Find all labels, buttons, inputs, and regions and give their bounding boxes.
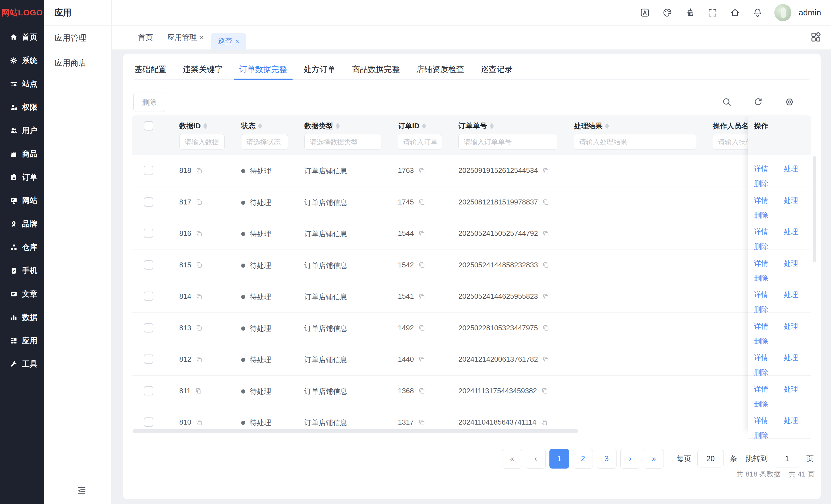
row-checkbox[interactable] xyxy=(144,229,153,238)
copy-icon[interactable] xyxy=(542,356,549,363)
collapse-sidebar-button[interactable] xyxy=(75,484,89,498)
sidebar-item-4[interactable]: 用户 xyxy=(0,119,44,142)
grid-diamond-icon[interactable] xyxy=(810,31,823,44)
delete-button[interactable]: 删除 xyxy=(133,93,165,112)
column-header-2[interactable]: 数据类型 xyxy=(290,121,383,131)
submenu-item-0[interactable]: 应用管理 xyxy=(44,26,111,51)
content-tab-5[interactable]: 店铺资质检查 xyxy=(411,60,470,80)
detail-link[interactable]: 详情 xyxy=(754,165,768,173)
vertical-scrollbar[interactable] xyxy=(813,156,816,262)
translate-icon[interactable] xyxy=(639,7,651,19)
handle-link[interactable]: 处理 xyxy=(784,385,798,393)
delete-link[interactable]: 删除 xyxy=(754,400,768,408)
page-button-0[interactable]: « xyxy=(502,449,522,469)
column-header-5[interactable]: 处理结果 xyxy=(560,121,698,131)
search-icon[interactable] xyxy=(722,97,732,108)
copy-icon[interactable] xyxy=(196,230,203,237)
handle-link[interactable]: 处理 xyxy=(784,196,798,204)
row-checkbox[interactable] xyxy=(144,355,153,364)
handle-link[interactable]: 处理 xyxy=(784,228,798,236)
home-icon[interactable] xyxy=(729,7,741,19)
copy-icon[interactable] xyxy=(195,387,202,394)
copy-icon[interactable] xyxy=(542,199,549,206)
horizontal-scrollbar[interactable] xyxy=(133,429,578,433)
copy-icon[interactable] xyxy=(418,199,425,206)
detail-link[interactable]: 详情 xyxy=(754,322,768,330)
sidebar-item-1[interactable]: 系统 xyxy=(0,49,44,72)
notification-icon[interactable] xyxy=(752,7,763,19)
page-tab-2[interactable]: 巡查× xyxy=(211,33,247,50)
handle-link[interactable]: 处理 xyxy=(784,416,798,424)
sidebar-item-10[interactable]: 手机 xyxy=(0,259,44,282)
handle-link[interactable]: 处理 xyxy=(784,353,798,362)
detail-link[interactable]: 详情 xyxy=(754,416,768,424)
sort-icon[interactable] xyxy=(422,123,426,129)
filter-input-4[interactable] xyxy=(458,134,557,149)
row-checkbox[interactable] xyxy=(144,166,153,175)
fullscreen-icon[interactable] xyxy=(707,7,718,19)
detail-link[interactable]: 详情 xyxy=(754,228,768,236)
delete-link[interactable]: 删除 xyxy=(754,211,768,219)
theme-icon[interactable] xyxy=(662,7,673,19)
copy-icon[interactable] xyxy=(542,293,549,300)
handle-link[interactable]: 处理 xyxy=(784,322,798,330)
page-button-1[interactable]: ‹ xyxy=(526,449,546,469)
copy-icon[interactable] xyxy=(418,230,425,237)
filter-input-3[interactable] xyxy=(398,134,442,149)
detail-link[interactable]: 详情 xyxy=(754,353,768,362)
sidebar-item-6[interactable]: 订单 xyxy=(0,166,44,189)
clear-icon[interactable] xyxy=(684,7,696,19)
copy-icon[interactable] xyxy=(541,387,548,394)
delete-link[interactable]: 删除 xyxy=(754,368,768,377)
sidebar-item-5[interactable]: 商品 xyxy=(0,142,44,166)
copy-icon[interactable] xyxy=(542,167,549,174)
delete-link[interactable]: 删除 xyxy=(754,242,768,250)
filter-input-5[interactable] xyxy=(574,134,696,149)
content-tab-4[interactable]: 商品数据完整 xyxy=(346,60,405,80)
avatar[interactable] xyxy=(774,4,792,21)
row-checkbox[interactable] xyxy=(144,292,153,301)
row-checkbox[interactable] xyxy=(144,197,153,207)
delete-link[interactable]: 删除 xyxy=(754,431,768,439)
column-header-3[interactable]: 订单ID xyxy=(383,121,444,131)
column-header-4[interactable]: 订单单号 xyxy=(444,121,560,131)
row-checkbox[interactable] xyxy=(144,260,153,270)
sidebar-item-13[interactable]: 应用 xyxy=(0,329,44,352)
page-button-5[interactable]: › xyxy=(620,449,640,469)
copy-icon[interactable] xyxy=(418,356,425,363)
filter-input-1[interactable] xyxy=(241,134,288,149)
detail-link[interactable]: 详情 xyxy=(754,291,768,299)
delete-link[interactable]: 删除 xyxy=(754,179,768,188)
settings-icon[interactable] xyxy=(784,97,795,108)
close-icon[interactable]: × xyxy=(235,37,239,45)
delete-link[interactable]: 删除 xyxy=(754,337,768,345)
row-checkbox[interactable] xyxy=(144,323,153,332)
sidebar-item-11[interactable]: 文章 xyxy=(0,282,44,305)
content-tab-1[interactable]: 违禁关键字 xyxy=(177,60,228,80)
sidebar-item-9[interactable]: 仓库 xyxy=(0,236,44,259)
delete-link[interactable]: 删除 xyxy=(754,305,768,314)
copy-icon[interactable] xyxy=(542,230,549,237)
sidebar-item-0[interactable]: 首页 xyxy=(0,25,44,49)
filter-input-2[interactable] xyxy=(305,134,381,149)
sidebar-item-7[interactable]: 网站 xyxy=(0,189,44,212)
copy-icon[interactable] xyxy=(541,419,548,426)
copy-icon[interactable] xyxy=(196,199,203,206)
sort-icon[interactable] xyxy=(336,123,340,129)
page-button-4[interactable]: 3 xyxy=(597,449,617,469)
handle-link[interactable]: 处理 xyxy=(784,291,798,299)
submenu-item-1[interactable]: 应用商店 xyxy=(44,51,111,76)
column-header-1[interactable]: 状态 xyxy=(227,121,290,131)
copy-icon[interactable] xyxy=(196,261,203,268)
sidebar-item-12[interactable]: 数据 xyxy=(0,305,44,329)
row-checkbox[interactable] xyxy=(144,417,153,427)
copy-icon[interactable] xyxy=(418,293,425,300)
copy-icon[interactable] xyxy=(418,261,425,268)
copy-icon[interactable] xyxy=(418,167,425,174)
page-tab-1[interactable]: 应用管理× xyxy=(160,25,211,50)
select-all-checkbox[interactable] xyxy=(144,121,153,130)
sidebar-item-14[interactable]: 工具 xyxy=(0,352,44,376)
content-tab-3[interactable]: 处方订单 xyxy=(298,60,341,80)
sidebar-item-3[interactable]: 权限 xyxy=(0,95,44,119)
copy-icon[interactable] xyxy=(196,419,203,426)
